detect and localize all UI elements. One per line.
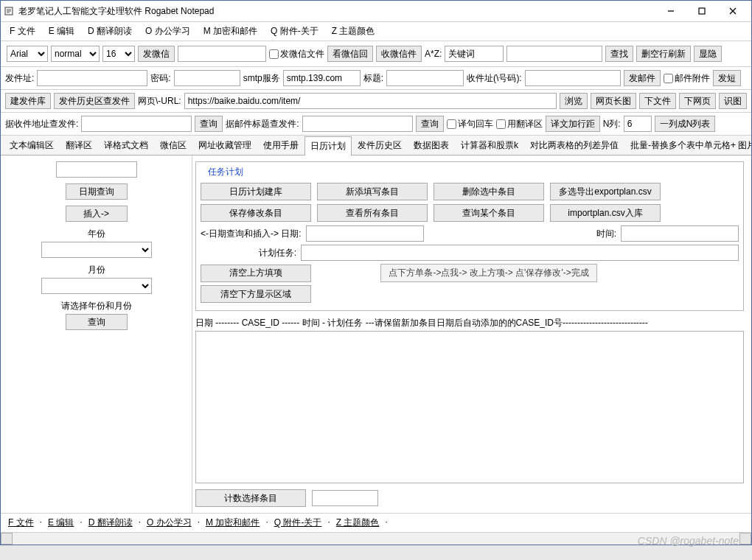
flush-empty-lines-button[interactable]: 删空行刷新 xyxy=(636,46,691,62)
to-input[interactable] xyxy=(525,70,621,86)
search-by-addr-input[interactable] xyxy=(81,116,192,132)
export-csv-button[interactable]: 多选导出exportplan.csv xyxy=(550,183,661,200)
tab-diff[interactable]: 对比两表格的列差异值 xyxy=(524,136,624,155)
menu-file[interactable]: F 文件 xyxy=(8,24,37,39)
view-wechat-reply-button[interactable]: 看微信回 xyxy=(327,46,373,62)
size-select[interactable]: 16 xyxy=(102,46,135,62)
tab-batch-replace[interactable]: 批量-替换多个表中单元格+ 图片取文本 xyxy=(624,136,752,155)
date-query-button[interactable]: 日期查询 xyxy=(66,183,128,200)
tab-trans-format[interactable]: 译格式文档 xyxy=(98,136,154,155)
close-button[interactable] xyxy=(717,1,748,21)
menu-office[interactable]: O 办公学习 xyxy=(144,24,192,39)
add-line-spacing-button[interactable]: 译文加行距 xyxy=(546,116,600,132)
download-file-button[interactable]: 下文件 xyxy=(639,93,676,109)
side-query-button[interactable]: 查询 xyxy=(66,314,128,330)
plan-listbox[interactable] xyxy=(195,331,744,483)
find-in-history-button[interactable]: 发件历史区查发件 xyxy=(54,93,135,109)
mail-toolbar: 发件址: 密码: smtp服务 标题: 收件址(\号码): 发邮件 邮件附件 发… xyxy=(1,67,751,90)
translate-newline-checkbox[interactable]: 译句回车 xyxy=(447,118,493,130)
font-select[interactable]: Arial xyxy=(7,46,48,62)
url-label: 网页\-URL: xyxy=(138,95,181,108)
scroll-right-icon[interactable] xyxy=(739,533,751,545)
menu-about[interactable]: Q 附件-关于 xyxy=(269,24,320,39)
subject-input[interactable] xyxy=(386,70,464,86)
build-calendar-db-button[interactable]: 日历计划建库 xyxy=(201,183,311,200)
year-select[interactable] xyxy=(41,242,152,258)
pwd-input[interactable] xyxy=(174,70,240,86)
maximize-button[interactable] xyxy=(686,1,717,21)
minimize-button[interactable] xyxy=(655,1,686,21)
count-output[interactable] xyxy=(312,490,378,506)
date-input[interactable] xyxy=(306,225,424,242)
status-translate[interactable]: D 翻译朗读 xyxy=(88,517,133,529)
build-sender-lib-button[interactable]: 建发件库 xyxy=(5,93,51,109)
keyword-range-input[interactable] xyxy=(506,46,602,62)
page-longshot-button[interactable]: 网页长图 xyxy=(591,93,636,109)
az-label: A*Z: xyxy=(425,49,442,59)
wechat-target-input[interactable] xyxy=(178,46,266,62)
status-edit[interactable]: E 编辑 xyxy=(48,517,74,529)
ncol-input[interactable] xyxy=(624,116,652,132)
mail-attach-checkbox[interactable]: 邮件附件 xyxy=(664,72,710,85)
find-button[interactable]: 查找 xyxy=(605,46,633,62)
search-by-subject-label: 据邮件标题查发件: xyxy=(226,118,299,130)
clear-lower-button[interactable]: 清空下方显示区域 xyxy=(201,285,311,303)
search-by-addr-button[interactable]: 查询 xyxy=(195,116,223,132)
menu-translate[interactable]: D 翻译朗读 xyxy=(86,24,133,39)
query-one-button[interactable]: 查询某个条目 xyxy=(434,204,544,222)
tab-manual[interactable]: 使用手册 xyxy=(257,136,304,155)
tab-send-history[interactable]: 发件历史区 xyxy=(352,136,408,155)
clear-upper-button[interactable]: 清空上方填项 xyxy=(201,265,311,282)
search-by-subject-button[interactable]: 查询 xyxy=(416,116,444,132)
from-input[interactable] xyxy=(37,70,147,86)
smtp-input[interactable] xyxy=(283,70,361,86)
toggle-visibility-button[interactable]: 显隐 xyxy=(694,46,722,62)
tab-text-edit[interactable]: 文本编辑区 xyxy=(4,136,60,155)
delete-selected-button[interactable]: 删除选中条目 xyxy=(434,183,544,200)
pwd-label: 密码: xyxy=(150,72,170,85)
menu-encrypt[interactable]: M 加密和邮件 xyxy=(202,24,259,39)
add-entry-button[interactable]: 新添填写条目 xyxy=(317,183,428,200)
insert-button[interactable]: 插入-> xyxy=(66,206,128,222)
import-csv-button[interactable]: importplan.csv入库 xyxy=(550,204,661,222)
tab-translate[interactable]: 翻译区 xyxy=(60,136,98,155)
scroll-left-icon[interactable] xyxy=(1,533,13,545)
scroll-track[interactable] xyxy=(13,533,739,545)
side-top-input[interactable] xyxy=(56,161,137,178)
count-selected-button[interactable]: 计数选择条目 xyxy=(195,489,306,507)
tab-charts[interactable]: 数据图表 xyxy=(408,136,455,155)
tab-bookmarks[interactable]: 网址收藏管理 xyxy=(192,136,257,155)
download-page-button[interactable]: 下网页 xyxy=(679,93,716,109)
send-wechat-button[interactable]: 发微信 xyxy=(138,46,175,62)
task-input[interactable] xyxy=(301,245,739,261)
keyword-input[interactable] xyxy=(445,46,504,62)
time-field-label: 时间: xyxy=(596,228,616,240)
tab-body: 日期查询 插入-> 年份 月份 请选择年份和月份 查询 任务计划 日历计划建库 … xyxy=(1,155,751,513)
status-office[interactable]: O 办公学习 xyxy=(147,517,192,529)
menu-theme[interactable]: Z 主题颜色 xyxy=(330,24,377,39)
ocr-button[interactable]: 识图 xyxy=(719,93,747,109)
time-input[interactable] xyxy=(621,225,739,242)
menu-edit[interactable]: E 编辑 xyxy=(47,24,76,39)
status-theme[interactable]: Z 主题颜色 xyxy=(336,517,380,529)
url-input[interactable] xyxy=(184,93,557,109)
tab-calculator[interactable]: 计算器和股票k xyxy=(455,136,524,155)
status-about[interactable]: Q 附件-关于 xyxy=(274,517,322,529)
weight-select[interactable]: normal xyxy=(51,46,100,62)
split-column-button[interactable]: 一列成N列表 xyxy=(655,116,716,132)
use-translate-area-checkbox[interactable]: 用翻译区 xyxy=(496,118,543,130)
wechat-file-checkbox[interactable]: 发微信文件 xyxy=(269,48,324,60)
window-controls xyxy=(655,1,748,21)
status-encrypt[interactable]: M 加密和邮件 xyxy=(206,517,260,529)
view-all-button[interactable]: 查看所有条目 xyxy=(317,204,428,222)
search-by-subject-input[interactable] xyxy=(302,116,413,132)
browse-button[interactable]: 浏览 xyxy=(560,93,588,109)
send-sms-button[interactable]: 发短 xyxy=(713,70,741,86)
month-select[interactable] xyxy=(41,278,152,294)
recv-wechat-file-button[interactable]: 收微信件 xyxy=(376,46,422,62)
status-file[interactable]: F 文件 xyxy=(8,517,34,529)
tab-calendar[interactable]: 日历计划 xyxy=(304,136,352,155)
save-edit-button[interactable]: 保存修改条目 xyxy=(201,204,311,222)
tab-wechat[interactable]: 微信区 xyxy=(154,136,192,155)
send-mail-button[interactable]: 发邮件 xyxy=(624,70,661,86)
